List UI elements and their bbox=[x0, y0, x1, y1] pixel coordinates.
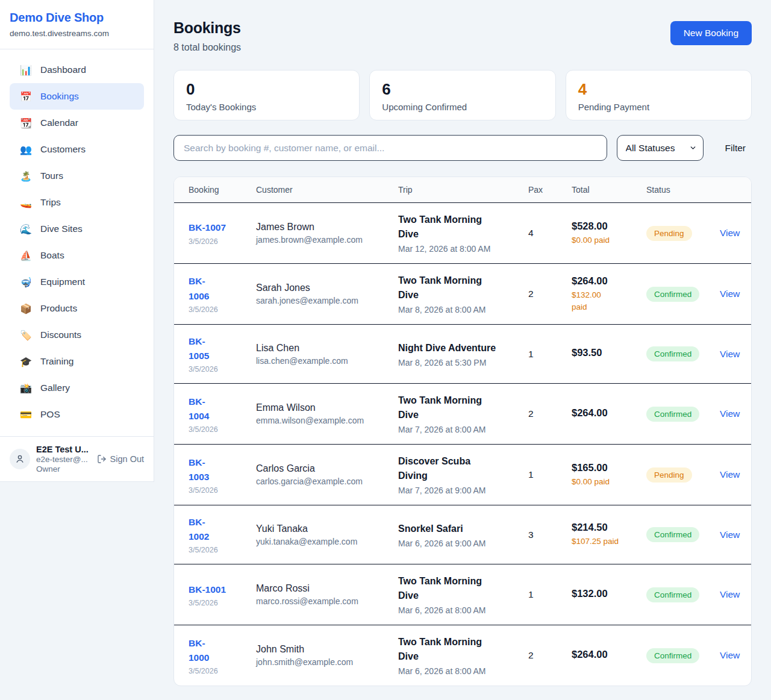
booking-id-link[interactable]: BK- 1002 bbox=[189, 515, 209, 544]
filter-row: All Statuses Filter bbox=[173, 135, 752, 161]
total-amount: $528.00 bbox=[572, 220, 627, 232]
view-link[interactable]: View bbox=[720, 408, 740, 419]
trip-name: Two Tank Morning Dive bbox=[398, 574, 509, 603]
sidebar-item-discounts[interactable]: 🏷️ Discounts bbox=[10, 322, 144, 348]
column-header-status: Status bbox=[637, 177, 710, 203]
sidebar-item-pos[interactable]: 💳 POS bbox=[10, 401, 144, 428]
customer-name: Marco Rossi bbox=[256, 583, 379, 594]
sidebar-item-label: Gallery bbox=[40, 383, 70, 393]
new-booking-button[interactable]: New Booking bbox=[670, 21, 752, 45]
customer-name: John Smith bbox=[256, 644, 379, 655]
booking-date: 3/5/2026 bbox=[189, 237, 237, 246]
booking-id-link[interactable]: BK- 1004 bbox=[189, 395, 209, 423]
view-link[interactable]: View bbox=[720, 349, 740, 359]
view-link[interactable]: View bbox=[720, 469, 740, 480]
booking-id-link[interactable]: BK- 1003 bbox=[189, 455, 209, 484]
sidebar-item-tours[interactable]: 🏝️ Tours bbox=[10, 163, 144, 189]
wave-icon: 🌊 bbox=[19, 223, 33, 235]
booking-id-link[interactable]: BK-1007 bbox=[189, 220, 226, 235]
trip-name: Night Dive Adventure bbox=[398, 341, 509, 355]
view-link[interactable]: View bbox=[720, 289, 740, 299]
sidebar-nav: 📊 Dashboard 📅 Bookings 📆 Calendar 👥 Cust… bbox=[0, 49, 154, 428]
table-row: BK- 10053/5/2026 Lisa Chenlisa.chen@exam… bbox=[174, 325, 751, 384]
trip-datetime: Mar 12, 2026 at 8:00 AM bbox=[398, 244, 509, 254]
column-header-booking: Booking bbox=[174, 177, 246, 203]
table-row: BK- 10003/5/2026 John Smithjohn.smith@ex… bbox=[174, 625, 751, 686]
booking-id-link[interactable]: BK- 1000 bbox=[189, 636, 209, 665]
total-amount: $165.00 bbox=[572, 462, 627, 473]
avatar bbox=[10, 449, 30, 469]
status-badge: Confirmed bbox=[646, 346, 699, 361]
booking-id-link[interactable]: BK- 1005 bbox=[189, 334, 209, 363]
booking-date: 3/5/2026 bbox=[189, 667, 237, 675]
booking-date: 3/5/2026 bbox=[189, 546, 237, 554]
trip-datetime: Mar 6, 2026 at 8:00 AM bbox=[398, 666, 509, 676]
tag-icon: 🏷️ bbox=[19, 330, 33, 341]
customer-name: Lisa Chen bbox=[256, 343, 379, 354]
filter-button[interactable]: Filter bbox=[719, 138, 752, 158]
sidebar-item-boats[interactable]: ⛵ Boats bbox=[10, 242, 144, 269]
sidebar-item-label: Dive Sites bbox=[40, 223, 83, 234]
sidebar-item-trips[interactable]: 🚤 Trips bbox=[10, 189, 144, 216]
sidebar-item-equipment[interactable]: 🤿 Equipment bbox=[10, 269, 144, 295]
column-header-pax: Pax bbox=[519, 177, 562, 203]
sidebar-item-bookings[interactable]: 📅 Bookings bbox=[10, 83, 144, 110]
sidebar-item-calendar[interactable]: 📆 Calendar bbox=[10, 110, 144, 136]
customer-email: yuki.tanaka@example.com bbox=[256, 537, 379, 546]
total-amount: $264.00 bbox=[572, 649, 627, 660]
sidebar-item-label: Customers bbox=[40, 144, 86, 155]
status-badge: Confirmed bbox=[646, 587, 699, 602]
island-icon: 🏝️ bbox=[19, 170, 33, 182]
sidebar-item-dive-sites[interactable]: 🌊 Dive Sites bbox=[10, 216, 144, 242]
pax-count: 2 bbox=[519, 625, 562, 686]
bookings-calendar-icon: 📅 bbox=[19, 91, 33, 102]
trip-datetime: Mar 8, 2026 at 8:00 AM bbox=[398, 305, 509, 314]
paid-amount: $107.25 paid bbox=[572, 536, 627, 548]
booking-id-link[interactable]: BK-1001 bbox=[189, 583, 226, 597]
trip-datetime: Mar 6, 2026 at 9:00 AM bbox=[398, 539, 509, 548]
trip-name: Two Tank Morning Dive bbox=[398, 213, 509, 242]
view-link[interactable]: View bbox=[720, 530, 740, 540]
status-select[interactable]: All Statuses bbox=[617, 136, 703, 160]
customer-name: Emma Wilson bbox=[256, 402, 379, 413]
customer-name: Yuki Tanaka bbox=[256, 523, 379, 534]
view-link[interactable]: View bbox=[720, 650, 740, 660]
camera-icon: 📸 bbox=[19, 383, 33, 394]
speedboat-icon: 🚤 bbox=[19, 197, 33, 208]
booking-date: 3/5/2026 bbox=[189, 365, 237, 373]
status-badge: Pending bbox=[646, 226, 692, 241]
trip-datetime: Mar 7, 2026 at 8:00 AM bbox=[398, 425, 509, 434]
customer-name: Sarah Jones bbox=[256, 283, 379, 293]
pax-count: 1 bbox=[519, 445, 562, 505]
sidebar-item-label: Tours bbox=[40, 170, 63, 181]
sidebar-item-label: Trips bbox=[40, 197, 61, 208]
sign-out-label: Sign Out bbox=[110, 454, 144, 464]
status-select-wrap: All Statuses bbox=[617, 135, 704, 161]
sailboat-icon: ⛵ bbox=[19, 250, 33, 261]
customer-email: john.smith@example.com bbox=[256, 657, 379, 667]
sidebar-item-label: Discounts bbox=[40, 330, 81, 340]
sign-out-button[interactable]: Sign Out bbox=[97, 454, 144, 464]
sidebar-item-customers[interactable]: 👥 Customers bbox=[10, 136, 144, 163]
booking-date: 3/5/2026 bbox=[189, 425, 237, 434]
stat-card-todays-bookings: 0 Today's Bookings bbox=[173, 70, 360, 120]
total-amount: $264.00 bbox=[572, 407, 627, 419]
sidebar-item-label: POS bbox=[40, 409, 60, 420]
view-link[interactable]: View bbox=[720, 228, 740, 238]
sidebar-item-gallery[interactable]: 📸 Gallery bbox=[10, 375, 144, 401]
trip-name: Two Tank Morning Dive bbox=[398, 273, 509, 302]
sidebar-item-training[interactable]: 🎓 Training bbox=[10, 348, 144, 375]
status-badge: Confirmed bbox=[646, 407, 699, 422]
graduation-cap-icon: 🎓 bbox=[19, 356, 33, 367]
search-input[interactable] bbox=[173, 135, 607, 161]
booking-id-link[interactable]: BK- 1006 bbox=[189, 274, 209, 303]
user-name: E2E Test U... bbox=[36, 445, 91, 454]
sidebar-item-products[interactable]: 📦 Products bbox=[10, 295, 144, 322]
sidebar-item-label: Equipment bbox=[40, 277, 85, 287]
credit-card-icon: 💳 bbox=[19, 409, 33, 420]
column-header-trip: Trip bbox=[389, 177, 519, 203]
total-bookings-count: 8 total bookings bbox=[173, 42, 241, 53]
pax-count: 4 bbox=[519, 203, 562, 264]
view-link[interactable]: View bbox=[720, 589, 740, 599]
sidebar-item-dashboard[interactable]: 📊 Dashboard bbox=[10, 57, 144, 83]
